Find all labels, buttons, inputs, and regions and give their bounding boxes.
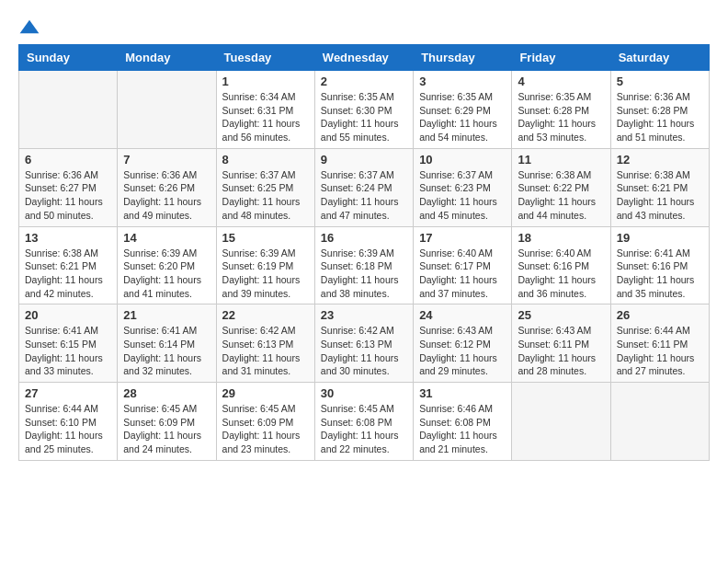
day-number: 19 xyxy=(617,231,703,245)
day-info: Sunrise: 6:42 AMSunset: 6:13 PMDaylight:… xyxy=(222,325,301,376)
calendar-cell: 19 Sunrise: 6:41 AMSunset: 6:16 PMDaylig… xyxy=(610,226,709,304)
calendar-cell: 29 Sunrise: 6:45 AMSunset: 6:09 PMDaylig… xyxy=(216,383,314,461)
day-number: 20 xyxy=(25,308,111,322)
day-number: 1 xyxy=(222,75,309,88)
logo xyxy=(18,18,44,35)
calendar-header: SundayMondayTuesdayWednesdayThursdayFrid… xyxy=(19,45,710,71)
calendar-cell: 9 Sunrise: 6:37 AMSunset: 6:24 PMDayligh… xyxy=(314,148,413,226)
calendar-cell: 13 Sunrise: 6:38 AMSunset: 6:21 PMDaylig… xyxy=(19,226,118,304)
day-info: Sunrise: 6:35 AMSunset: 6:28 PMDaylight:… xyxy=(518,91,596,143)
day-number: 21 xyxy=(123,308,210,322)
day-number: 10 xyxy=(419,153,506,167)
calendar-cell: 11 Sunrise: 6:38 AMSunset: 6:22 PMDaylig… xyxy=(512,148,610,226)
calendar-cell: 3 Sunrise: 6:35 AMSunset: 6:29 PMDayligh… xyxy=(414,71,512,149)
calendar-cell: 31 Sunrise: 6:46 AMSunset: 6:08 PMDaylig… xyxy=(414,383,512,461)
calendar-cell: 8 Sunrise: 6:37 AMSunset: 6:25 PMDayligh… xyxy=(216,148,314,226)
day-info: Sunrise: 6:37 AMSunset: 6:23 PMDaylight:… xyxy=(419,169,497,221)
day-number: 3 xyxy=(419,75,506,88)
calendar-cell: 18 Sunrise: 6:40 AMSunset: 6:16 PMDaylig… xyxy=(512,226,610,304)
calendar-cell: 12 Sunrise: 6:38 AMSunset: 6:21 PMDaylig… xyxy=(610,148,709,226)
calendar-cell: 30 Sunrise: 6:45 AMSunset: 6:08 PMDaylig… xyxy=(314,383,413,461)
day-info: Sunrise: 6:41 AMSunset: 6:14 PMDaylight:… xyxy=(123,325,201,376)
day-info: Sunrise: 6:45 AMSunset: 6:08 PMDaylight:… xyxy=(321,403,399,454)
weekday-header: Tuesday xyxy=(216,45,314,71)
day-info: Sunrise: 6:36 AMSunset: 6:26 PMDaylight:… xyxy=(123,169,201,221)
day-number: 15 xyxy=(222,231,309,245)
day-number: 18 xyxy=(518,231,604,245)
weekday-header: Wednesday xyxy=(314,45,413,71)
calendar-cell: 24 Sunrise: 6:43 AMSunset: 6:12 PMDaylig… xyxy=(414,304,512,383)
calendar-week-row: 6 Sunrise: 6:36 AMSunset: 6:27 PMDayligh… xyxy=(19,148,710,226)
calendar-cell: 25 Sunrise: 6:43 AMSunset: 6:11 PMDaylig… xyxy=(512,304,610,383)
weekday-header: Friday xyxy=(512,45,610,71)
day-number: 14 xyxy=(123,231,210,245)
day-info: Sunrise: 6:46 AMSunset: 6:08 PMDaylight:… xyxy=(419,403,497,454)
calendar-week-row: 20 Sunrise: 6:41 AMSunset: 6:15 PMDaylig… xyxy=(19,304,710,383)
day-info: Sunrise: 6:38 AMSunset: 6:21 PMDaylight:… xyxy=(617,169,695,221)
calendar-cell: 28 Sunrise: 6:45 AMSunset: 6:09 PMDaylig… xyxy=(118,383,216,461)
calendar-cell: 22 Sunrise: 6:42 AMSunset: 6:13 PMDaylig… xyxy=(216,304,314,383)
day-info: Sunrise: 6:41 AMSunset: 6:16 PMDaylight:… xyxy=(617,247,695,299)
day-info: Sunrise: 6:35 AMSunset: 6:30 PMDaylight:… xyxy=(321,91,399,143)
header xyxy=(18,18,710,35)
day-info: Sunrise: 6:45 AMSunset: 6:09 PMDaylight:… xyxy=(222,403,301,454)
day-info: Sunrise: 6:41 AMSunset: 6:15 PMDaylight:… xyxy=(25,325,103,376)
day-info: Sunrise: 6:39 AMSunset: 6:19 PMDaylight:… xyxy=(222,247,301,299)
calendar-cell: 21 Sunrise: 6:41 AMSunset: 6:14 PMDaylig… xyxy=(118,304,216,383)
day-info: Sunrise: 6:39 AMSunset: 6:20 PMDaylight:… xyxy=(123,247,201,299)
day-number: 24 xyxy=(419,308,506,322)
svg-marker-0 xyxy=(20,20,40,33)
calendar-cell: 2 Sunrise: 6:35 AMSunset: 6:30 PMDayligh… xyxy=(314,71,413,149)
calendar-cell: 4 Sunrise: 6:35 AMSunset: 6:28 PMDayligh… xyxy=(512,71,610,149)
day-info: Sunrise: 6:45 AMSunset: 6:09 PMDaylight:… xyxy=(123,403,201,454)
calendar-cell: 7 Sunrise: 6:36 AMSunset: 6:26 PMDayligh… xyxy=(118,148,216,226)
calendar-cell: 1 Sunrise: 6:34 AMSunset: 6:31 PMDayligh… xyxy=(216,71,314,149)
day-info: Sunrise: 6:44 AMSunset: 6:11 PMDaylight:… xyxy=(617,325,695,376)
day-info: Sunrise: 6:36 AMSunset: 6:28 PMDaylight:… xyxy=(617,91,695,143)
day-number: 5 xyxy=(617,75,703,88)
day-info: Sunrise: 6:35 AMSunset: 6:29 PMDaylight:… xyxy=(419,91,497,143)
calendar-cell xyxy=(118,71,216,149)
day-number: 8 xyxy=(222,153,309,167)
day-info: Sunrise: 6:40 AMSunset: 6:16 PMDaylight:… xyxy=(518,247,596,299)
day-number: 30 xyxy=(321,386,407,400)
day-number: 9 xyxy=(321,153,407,167)
day-number: 23 xyxy=(321,308,407,322)
day-number: 26 xyxy=(617,308,703,322)
calendar-cell: 6 Sunrise: 6:36 AMSunset: 6:27 PMDayligh… xyxy=(19,148,118,226)
weekday-header: Sunday xyxy=(19,45,118,71)
day-number: 12 xyxy=(617,153,703,167)
calendar-cell: 14 Sunrise: 6:39 AMSunset: 6:20 PMDaylig… xyxy=(118,226,216,304)
day-info: Sunrise: 6:36 AMSunset: 6:27 PMDaylight:… xyxy=(25,169,103,221)
calendar-cell: 23 Sunrise: 6:42 AMSunset: 6:13 PMDaylig… xyxy=(314,304,413,383)
day-number: 2 xyxy=(321,75,407,88)
calendar-cell: 15 Sunrise: 6:39 AMSunset: 6:19 PMDaylig… xyxy=(216,226,314,304)
day-info: Sunrise: 6:37 AMSunset: 6:25 PMDaylight:… xyxy=(222,169,301,221)
day-info: Sunrise: 6:40 AMSunset: 6:17 PMDaylight:… xyxy=(419,247,497,299)
day-info: Sunrise: 6:43 AMSunset: 6:12 PMDaylight:… xyxy=(419,325,497,376)
day-info: Sunrise: 6:38 AMSunset: 6:21 PMDaylight:… xyxy=(25,247,103,299)
calendar-cell xyxy=(512,383,610,461)
calendar-week-row: 1 Sunrise: 6:34 AMSunset: 6:31 PMDayligh… xyxy=(19,71,710,149)
day-info: Sunrise: 6:37 AMSunset: 6:24 PMDaylight:… xyxy=(321,169,399,221)
calendar-week-row: 27 Sunrise: 6:44 AMSunset: 6:10 PMDaylig… xyxy=(19,383,710,461)
day-info: Sunrise: 6:34 AMSunset: 6:31 PMDaylight:… xyxy=(222,91,301,143)
weekday-header: Monday xyxy=(118,45,216,71)
day-number: 25 xyxy=(518,308,604,322)
logo-icon xyxy=(18,18,40,35)
day-number: 16 xyxy=(321,231,407,245)
calendar-cell: 20 Sunrise: 6:41 AMSunset: 6:15 PMDaylig… xyxy=(19,304,118,383)
calendar-cell: 26 Sunrise: 6:44 AMSunset: 6:11 PMDaylig… xyxy=(610,304,709,383)
day-number: 29 xyxy=(222,386,309,400)
day-number: 28 xyxy=(123,386,210,400)
calendar-cell: 16 Sunrise: 6:39 AMSunset: 6:18 PMDaylig… xyxy=(314,226,413,304)
calendar-cell: 5 Sunrise: 6:36 AMSunset: 6:28 PMDayligh… xyxy=(610,71,709,149)
calendar-cell xyxy=(610,383,709,461)
day-info: Sunrise: 6:42 AMSunset: 6:13 PMDaylight:… xyxy=(321,325,399,376)
calendar-body: 1 Sunrise: 6:34 AMSunset: 6:31 PMDayligh… xyxy=(19,71,710,461)
day-number: 22 xyxy=(222,308,309,322)
day-number: 13 xyxy=(25,231,111,245)
day-number: 31 xyxy=(419,386,506,400)
day-number: 27 xyxy=(25,386,111,400)
day-number: 7 xyxy=(123,153,210,167)
